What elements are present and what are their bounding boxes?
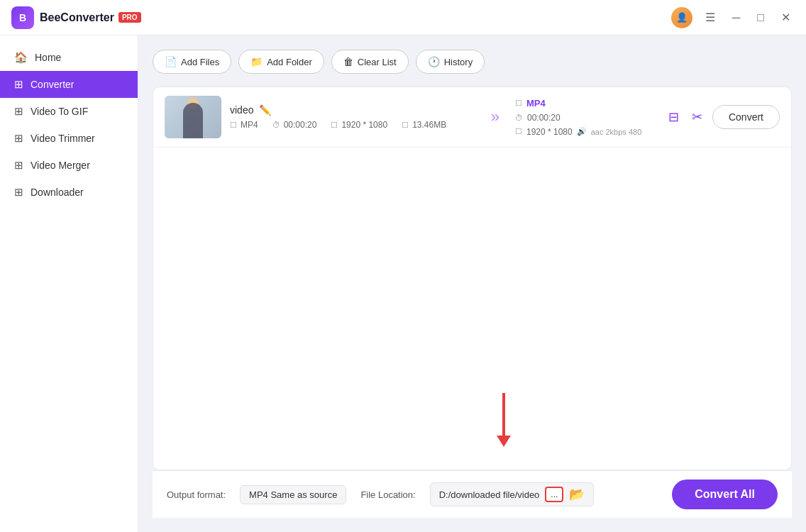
file-list-area: video ✏️ ☐ MP4 ⏱ 00:00:20 ☐ (153, 87, 792, 470)
avatar[interactable]: 👤 (671, 7, 692, 28)
history-icon: 🕐 (428, 56, 440, 67)
titlebar: B BeeConverter PRO 👤 ☰ ─ □ ✕ (0, 0, 806, 35)
input-duration: 00:00:20 (284, 120, 317, 130)
app-logo: B (11, 6, 34, 29)
maximize-button[interactable]: □ (753, 9, 768, 27)
input-resolution: 1920 * 1080 (341, 120, 387, 130)
file-location-path: D:/downloaded file/video ... 📂 (430, 482, 595, 506)
clear-list-button[interactable]: 🗑 Clear List (331, 50, 409, 74)
converter-icon: ⊞ (14, 78, 23, 91)
sidebar-item-label: Home (35, 52, 61, 63)
file-thumbnail (165, 96, 221, 138)
output-info: ☐ MP4 ⏱ 00:00:20 ☐ 1920 * 1080 🔊 aac 2kb… (515, 98, 657, 137)
output-format: MP4 (526, 98, 546, 109)
browse-button[interactable]: ... (545, 487, 563, 502)
convert-all-button[interactable]: Convert All (672, 480, 778, 509)
output-duration-icon: ⏱ (515, 113, 523, 122)
output-format-value: MP4 Same as source (240, 485, 346, 504)
input-size: 13.46MB (412, 120, 446, 130)
clear-list-icon: 🗑 (343, 56, 353, 67)
output-format-row: ☐ MP4 (515, 98, 657, 109)
add-files-button[interactable]: 📄 Add Files (153, 50, 231, 74)
resolution-icon: ☐ (331, 121, 338, 130)
add-folder-icon: 📁 (250, 56, 263, 67)
edit-icon[interactable]: ✏️ (259, 104, 271, 116)
minimize-button[interactable]: ─ (728, 9, 744, 27)
output-resolution: 1920 * 1080 (526, 127, 573, 137)
logo-letter: B (19, 12, 26, 23)
sidebar-item-video-trimmer[interactable]: ⊞ Video Trimmer (0, 125, 138, 152)
sidebar-item-home[interactable]: 🏠 Home (0, 44, 138, 71)
file-location-label: File Location: (360, 489, 415, 500)
sidebar-item-downloader[interactable]: ⊞ Downloader (0, 179, 138, 206)
output-duration-row: ⏱ 00:00:20 (515, 113, 657, 123)
input-size-meta: ☐ 13.46MB (402, 120, 446, 130)
scissors-action-button[interactable]: ✂ (689, 106, 705, 128)
thumbnail-image (165, 96, 221, 138)
add-files-label: Add Files (181, 57, 219, 67)
content-area: 📄 Add Files 📁 Add Folder 🗑 Clear List 🕐 … (138, 35, 806, 532)
output-resolution-icon: ☐ (515, 127, 522, 136)
input-format-meta: ☐ MP4 (230, 120, 258, 130)
menu-button[interactable]: ☰ (701, 8, 719, 27)
sidebar-item-label: Converter (31, 79, 74, 90)
size-icon: ☐ (402, 121, 409, 130)
main-layout: 🏠 Home ⊞ Converter ⊞ Video To GIF ⊞ Vide… (0, 35, 806, 532)
sidebar-item-converter[interactable]: ⊞ Converter (0, 71, 138, 98)
file-name-row: video ✏️ (230, 104, 475, 116)
thumbnail-person (183, 103, 203, 138)
output-format-icon: ☐ (515, 99, 522, 108)
file-name: video (230, 104, 253, 116)
video-trimmer-icon: ⊞ (14, 132, 23, 145)
clear-list-label: Clear List (358, 57, 397, 67)
format-icon: ☐ (230, 121, 237, 130)
titlebar-controls: 👤 ☰ ─ □ ✕ (671, 7, 795, 28)
row-actions: ⊟ ✂ Convert (666, 105, 780, 129)
copy-action-button[interactable]: ⊟ (666, 106, 682, 128)
duration-icon: ⏱ (272, 121, 280, 129)
app-name: BeeConverter (40, 11, 114, 24)
add-files-icon: 📄 (165, 56, 177, 67)
downloader-icon: ⊞ (14, 186, 23, 199)
output-audio-icon: 🔊 (577, 127, 587, 136)
output-resolution-row: ☐ 1920 * 1080 🔊 aac 2kbps 480 (515, 127, 657, 137)
pro-badge: PRO (118, 12, 141, 23)
convert-arrow: » (484, 108, 507, 126)
close-button[interactable]: ✕ (777, 8, 795, 27)
input-resolution-meta: ☐ 1920 * 1080 (331, 120, 387, 130)
output-audio: aac 2kbps 480 (591, 128, 642, 136)
video-merger-icon: ⊞ (14, 159, 23, 172)
add-folder-button[interactable]: 📁 Add Folder (238, 50, 324, 74)
sidebar: 🏠 Home ⊞ Converter ⊞ Video To GIF ⊞ Vide… (0, 35, 138, 532)
sidebar-item-label: Video Merger (31, 160, 90, 171)
add-folder-label: Add Folder (267, 57, 312, 67)
open-folder-button[interactable]: 📂 (569, 487, 585, 502)
toolbar: 📄 Add Files 📁 Add Folder 🗑 Clear List 🕐 … (153, 50, 792, 74)
sidebar-item-label: Downloader (31, 187, 84, 198)
file-info: video ✏️ ☐ MP4 ⏱ 00:00:20 ☐ (230, 104, 475, 130)
history-label: History (444, 57, 473, 67)
convert-button[interactable]: Convert (712, 105, 780, 129)
output-format-label: Output format: (167, 489, 226, 500)
home-icon: 🏠 (14, 51, 28, 64)
file-location-text: D:/downloaded file/video (439, 489, 540, 500)
input-duration-meta: ⏱ 00:00:20 (272, 120, 317, 130)
sidebar-item-label: Video Trimmer (31, 133, 95, 144)
sidebar-item-video-merger[interactable]: ⊞ Video Merger (0, 152, 138, 179)
bottom-bar: Output format: MP4 Same as source File L… (153, 470, 792, 518)
table-row: video ✏️ ☐ MP4 ⏱ 00:00:20 ☐ (153, 87, 791, 148)
output-duration: 00:00:20 (527, 113, 561, 123)
sidebar-item-video-to-gif[interactable]: ⊞ Video To GIF (0, 98, 138, 125)
file-meta: ☐ MP4 ⏱ 00:00:20 ☐ 1920 * 1080 ☐ (230, 120, 475, 130)
video-to-gif-icon: ⊞ (14, 105, 23, 118)
sidebar-item-label: Video To GIF (31, 106, 88, 117)
input-format: MP4 (241, 120, 258, 130)
empty-area (153, 148, 791, 470)
history-button[interactable]: 🕐 History (416, 50, 485, 74)
